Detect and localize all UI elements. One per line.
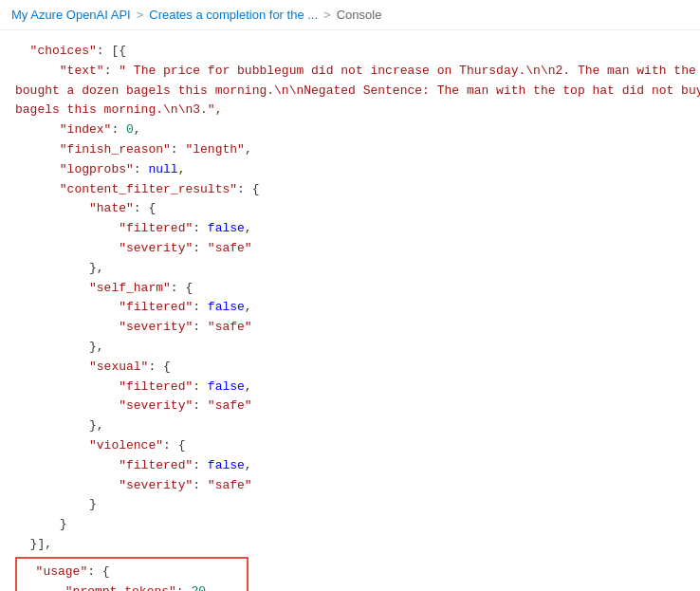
code-line-hate-severity: "severity": "safe" <box>15 239 685 259</box>
code-line-vio-filtered: "filtered": false, <box>15 456 685 476</box>
code-line-finish: "finish_reason": "length", <box>15 140 685 160</box>
code-line-self-harm: "self_harm": { <box>15 279 685 299</box>
code-line-sex-filtered: "filtered": false, <box>15 378 685 397</box>
code-line-hate: "hate": { <box>15 199 685 219</box>
code-line-text2: bought a dozen bagels this morning.\n\nN… <box>15 82 685 102</box>
code-line-sex-severity: "severity": "safe" <box>15 397 685 416</box>
breadcrumb-sep1: > <box>137 8 144 22</box>
code-line-usage: "usage": { <box>17 563 247 582</box>
breadcrumb-part3: Console <box>337 8 382 22</box>
code-line-logprobs: "logprobs": null, <box>15 160 685 180</box>
code-line-sh-close: }, <box>15 338 685 358</box>
code-line-cfr-close: } <box>15 515 685 535</box>
code-line-vio-close: } <box>15 495 685 515</box>
code-line-cfr: "content_filter_results": { <box>15 180 685 200</box>
code-line-prompt-tokens: "prompt_tokens": 20, <box>17 582 247 591</box>
code-line-hate-close: }, <box>15 259 685 279</box>
code-line-choices: "choices": [{ <box>15 42 685 62</box>
code-line-violence: "violence": { <box>15 436 685 456</box>
breadcrumb-part1[interactable]: My Azure OpenAI API <box>11 8 131 22</box>
code-line-sh-severity: "severity": "safe" <box>15 318 685 338</box>
breadcrumb-sep2: > <box>323 8 331 22</box>
code-line-text3: bagels this morning.\n\n3.", <box>15 101 685 120</box>
code-line-choices-close: }], <box>15 535 685 555</box>
code-line-text: "text": " The price for bubblegum did no… <box>15 62 685 82</box>
code-line-sh-filtered: "filtered": false, <box>15 298 685 318</box>
usage-highlight-box: "usage": { "prompt_tokens": 20, "complet… <box>15 557 249 591</box>
breadcrumb: My Azure OpenAI API > Creates a completi… <box>0 0 700 30</box>
code-line-sexual: "sexual": { <box>15 358 685 378</box>
code-line-hate-filtered: "filtered": false, <box>15 219 685 239</box>
breadcrumb-part2[interactable]: Creates a completion for the ... <box>149 8 318 22</box>
code-container: "choices": [{ "text": " The price for bu… <box>0 30 700 591</box>
code-line-sex-close: }, <box>15 416 685 436</box>
code-line-index: "index": 0, <box>15 120 685 140</box>
code-line-vio-severity: "severity": "safe" <box>15 476 685 496</box>
